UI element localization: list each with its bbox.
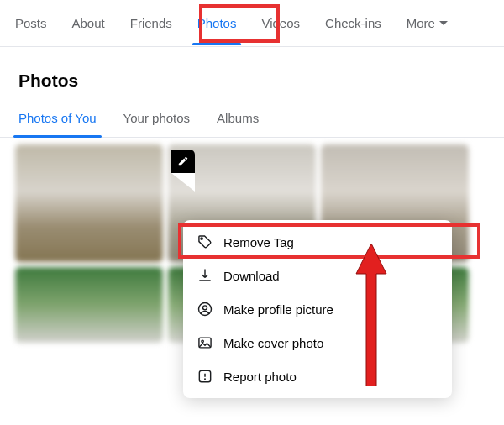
profile-top-nav: Posts About Friends Photos Videos Check-… bbox=[0, 0, 504, 47]
svg-point-2 bbox=[203, 306, 207, 310]
photo-thumbnail[interactable] bbox=[15, 267, 163, 343]
svg-point-4 bbox=[202, 340, 204, 343]
tab-photos[interactable]: Photos bbox=[197, 16, 237, 45]
pencil-icon bbox=[177, 155, 189, 167]
tab-friends[interactable]: Friends bbox=[130, 16, 172, 45]
chevron-down-icon bbox=[439, 21, 448, 25]
menu-item-make-profile-picture[interactable]: Make profile picture bbox=[183, 292, 452, 326]
image-icon bbox=[197, 334, 213, 351]
menu-item-download[interactable]: Download bbox=[183, 259, 452, 292]
menu-item-make-cover-photo[interactable]: Make cover photo bbox=[183, 326, 452, 359]
photos-subtabs: Photos of You Your photos Albums bbox=[0, 97, 504, 138]
tab-more-label: More bbox=[407, 16, 435, 30]
menu-item-remove-tag[interactable]: Remove Tag bbox=[183, 225, 452, 259]
profile-icon bbox=[197, 301, 213, 317]
page-title: Photos bbox=[0, 47, 504, 97]
menu-item-label: Make profile picture bbox=[223, 302, 333, 317]
tag-icon bbox=[197, 233, 213, 250]
tab-more[interactable]: More bbox=[407, 16, 448, 45]
menu-item-report-photo[interactable]: Report photo bbox=[183, 359, 452, 393]
tab-checkins[interactable]: Check-ins bbox=[325, 16, 381, 45]
svg-point-0 bbox=[201, 238, 202, 239]
subtab-photos-of-you[interactable]: Photos of You bbox=[18, 111, 97, 137]
menu-item-label: Download bbox=[223, 269, 280, 283]
tab-videos[interactable]: Videos bbox=[261, 16, 300, 45]
subtab-your-photos[interactable]: Your photos bbox=[123, 111, 191, 137]
report-icon bbox=[197, 368, 213, 385]
photo-options-menu: Remove Tag Download Make profile picture… bbox=[183, 220, 452, 398]
tab-about[interactable]: About bbox=[72, 16, 105, 45]
menu-item-label: Remove Tag bbox=[223, 235, 294, 249]
download-icon bbox=[197, 267, 213, 284]
tab-posts[interactable]: Posts bbox=[15, 16, 47, 45]
menu-item-label: Report photo bbox=[223, 370, 297, 384]
menu-item-label: Make cover photo bbox=[223, 336, 323, 350]
svg-point-7 bbox=[204, 378, 206, 380]
subtab-albums[interactable]: Albums bbox=[217, 111, 259, 137]
photo-options-button[interactable] bbox=[171, 150, 195, 173]
photo-thumbnail[interactable] bbox=[15, 144, 163, 262]
